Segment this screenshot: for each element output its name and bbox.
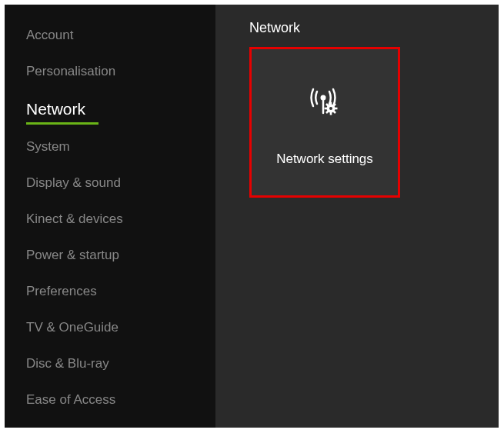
network-antenna-gear-icon	[308, 85, 342, 122]
main-content: Network	[215, 5, 499, 428]
network-settings-tile[interactable]: Network settings	[249, 47, 400, 198]
sidebar-item-power-startup[interactable]: Power & startup	[26, 248, 215, 263]
sidebar-item-label: Kinect & devices	[26, 212, 123, 226]
svg-rect-5	[330, 112, 332, 115]
sidebar-item-kinect-devices[interactable]: Kinect & devices	[26, 212, 215, 227]
sidebar-item-label: System	[26, 139, 70, 154]
sidebar-item-label: Preferences	[26, 284, 97, 298]
sidebar-item-personalisation[interactable]: Personalisation	[26, 64, 215, 79]
settings-sidebar: Account Personalisation Network System D…	[5, 5, 215, 428]
sidebar-item-label: Power & startup	[26, 248, 119, 262]
sidebar-item-preferences[interactable]: Preferences	[26, 284, 215, 299]
sidebar-item-system[interactable]: System	[26, 139, 215, 155]
sidebar-item-label: Account	[26, 28, 73, 42]
svg-point-3	[329, 107, 332, 110]
page-title: Network	[249, 20, 499, 36]
sidebar-item-label: Network	[26, 100, 85, 118]
svg-rect-4	[330, 102, 332, 105]
sidebar-item-network[interactable]: Network	[26, 100, 215, 118]
sidebar-item-ease-of-access[interactable]: Ease of Access	[26, 392, 215, 408]
sidebar-item-label: Disc & Blu-ray	[26, 356, 109, 371]
sidebar-item-label: Personalisation	[26, 64, 115, 78]
tile-label: Network settings	[276, 152, 373, 167]
svg-rect-7	[335, 108, 338, 110]
sidebar-item-account[interactable]: Account	[26, 28, 215, 43]
sidebar-item-display-sound[interactable]: Display & sound	[26, 175, 215, 191]
svg-rect-6	[325, 108, 328, 110]
sidebar-item-tv-oneguide[interactable]: TV & OneGuide	[26, 320, 215, 335]
sidebar-item-label: TV & OneGuide	[26, 320, 118, 335]
sidebar-item-label: Ease of Access	[26, 392, 115, 407]
sidebar-item-disc-bluray[interactable]: Disc & Blu-ray	[26, 356, 215, 371]
sidebar-item-label: Display & sound	[26, 175, 121, 190]
